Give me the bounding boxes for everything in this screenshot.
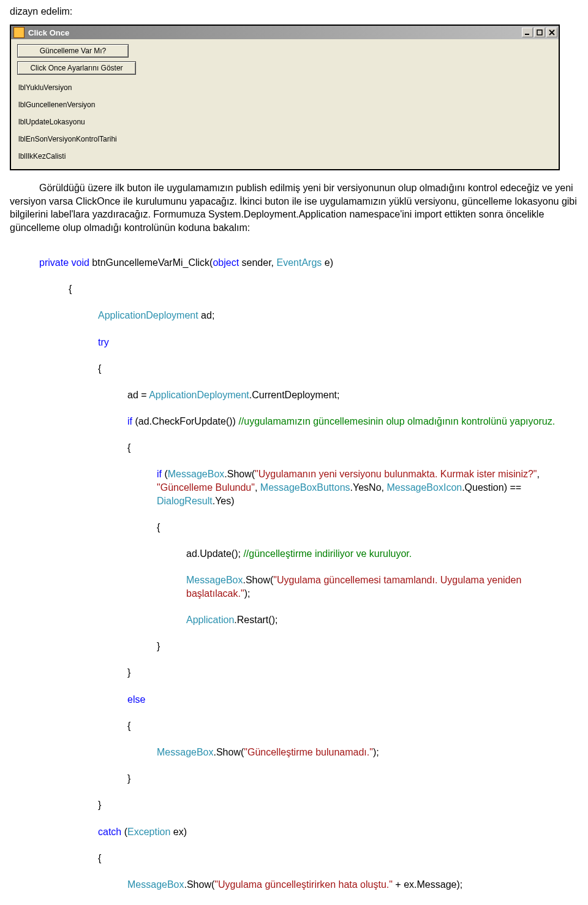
code-question: .Question) == [462,482,524,493]
minimize-icon [524,29,530,36]
str-bulunamadi: "Güncelleştirme bulunamadı." [244,747,373,757]
brace: { [157,522,160,532]
comma: , [537,469,543,479]
code-block: private void btnGuncellemeVarMi_Click(ob… [10,243,578,905]
code-ad-assign: ad = [127,390,149,400]
maximize-button[interactable] [534,28,545,37]
type-msgbox3: MessageBox [157,747,214,757]
code-ad-decl: ad; [198,310,215,320]
type-app: Application [186,615,234,625]
str-hata: "Uygulama güncelleştirirken hata oluştu.… [214,879,393,890]
brace: } [127,667,130,678]
plus-ex: + ex.Message); [393,879,462,890]
brace: } [127,773,130,784]
code-cur: .CurrentDeployment; [249,390,340,400]
paragraph-1: Görüldüğü üzere ilk buton ile uygulamamı… [10,181,578,234]
paren2: ); [373,747,379,757]
type-dialog: DialogResult [157,496,213,506]
kw-void: void [71,257,89,268]
intro-text: dizayn edelim: [10,6,578,17]
label-yuklu: lblYukluVersiyon [18,83,552,92]
type-mbb: MessageBoxButtons [260,482,350,493]
kw-private: private [39,257,69,268]
ex-close: ex) [170,827,187,837]
kw-if: if [127,416,132,426]
show-settings-button[interactable]: Click Once Ayarlarını Göster [17,61,136,75]
brace: { [127,721,130,731]
window-title: Click Once [28,28,522,37]
code-yesno: .YesNo, [350,482,387,493]
catch-open: ( [121,827,127,837]
minimize-button[interactable] [522,28,533,37]
code-args: e) [322,257,333,268]
check-update-button[interactable]: Güncelleme Var Mı? [17,44,129,58]
str-yeni: "Uygulamanın yeni versiyonu bulunmakta. … [255,469,537,479]
app-icon [13,27,24,38]
code-ifmsg: ( [162,469,168,479]
label-lokasyon: lblUpdateLokasyonu [18,118,552,126]
brace: } [98,800,101,810]
code-sender: sender, [239,257,276,268]
close-button[interactable] [546,28,557,37]
kw-if2: if [157,469,162,479]
cmt-check: //uygulamamızın güncellemesinin olup olm… [238,416,555,426]
kw-object: object [213,257,239,268]
window-titlebar: Click Once [11,26,559,39]
kw-catch: catch [98,827,121,837]
code-ifcheck: (ad.CheckForUpdate()) [132,416,238,426]
type-exc: Exception [127,827,170,837]
kw-try: try [98,337,109,347]
type-mbi: MessageBoxIcon [386,482,462,493]
brace: { [98,853,101,863]
maximize-icon [537,29,543,36]
code-show: .Show( [224,469,255,479]
close-icon [549,29,555,36]
code-fn: btnGuncellemeVarMi_Click( [92,257,213,268]
type-msgbox2: MessageBox [186,575,243,585]
type-eventargs: EventArgs [276,257,322,268]
code-show4: .Show( [184,879,215,890]
brace: { [127,442,130,453]
type-msgbox4: MessageBox [127,879,184,890]
brace: { [69,284,72,294]
kw-else: else [127,694,145,705]
cmt-update: //güncelleştirme indiriliyor ve kuruluyo… [243,548,412,559]
brace: } [157,641,160,651]
label-kontrol-tarihi: lblEnSonVersiyonKontrolTarihi [18,135,552,143]
type-msgbox: MessageBox [168,469,225,479]
app-window: Click Once Güncelleme Var Mı? Click Once… [10,25,560,170]
label-guncellenen: lblGuncellenenVersiyon [18,100,552,109]
window-body: Güncelleme Var Mı? Click Once Ayarlarını… [11,39,559,169]
window-controls [522,28,557,37]
code-adupdate: ad.Update(); [186,548,243,559]
code-restart: .Restart(); [234,615,277,625]
code-show3: .Show( [214,747,244,757]
svg-rect-1 [537,30,542,35]
brace: { [98,363,101,374]
type-appdep: ApplicationDeployment [98,310,198,320]
str-bulundu: "Güncelleme Bulundu" [157,482,255,493]
comma2: , [255,482,260,493]
code-show2: .Show( [243,575,274,585]
paren: ); [244,588,251,599]
code-yes: .Yes) [213,496,235,506]
type-appdep2: ApplicationDeployment [149,390,249,400]
label-ilk-kez: lblIlkKezCalisti [18,152,552,161]
